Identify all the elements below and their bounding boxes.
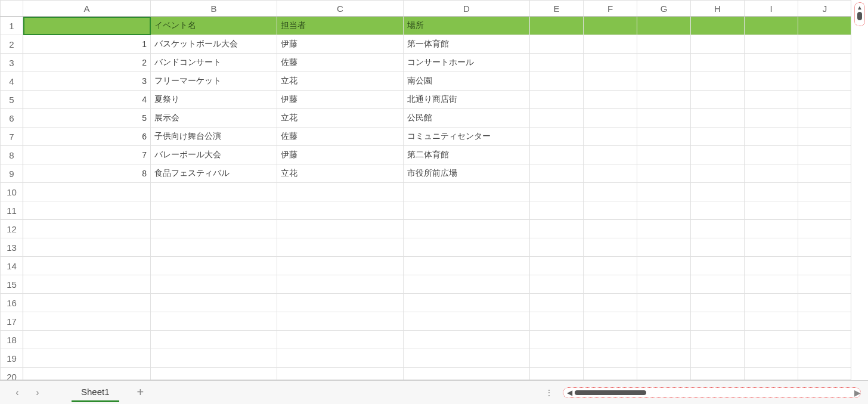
cell[interactable] — [23, 368, 151, 381]
cell[interactable] — [798, 331, 852, 349]
cell[interactable] — [745, 183, 798, 201]
cell[interactable] — [584, 349, 637, 368]
cell[interactable] — [637, 54, 691, 72]
cell[interactable] — [404, 201, 530, 220]
cell[interactable] — [23, 275, 151, 294]
cell[interactable] — [584, 331, 637, 349]
cell[interactable] — [277, 275, 404, 294]
row-header[interactable]: 7 — [1, 128, 23, 146]
cell[interactable]: 佐藤 — [277, 54, 404, 72]
row-header[interactable]: 5 — [1, 91, 23, 109]
spreadsheet-grid[interactable]: A B C D E F G H I J 1イベント名担当者場所21バスケットボー… — [0, 0, 851, 380]
cell[interactable] — [745, 35, 798, 54]
col-header-D[interactable]: D — [404, 1, 530, 17]
cell[interactable] — [637, 183, 691, 201]
cell[interactable] — [798, 164, 852, 183]
cell[interactable] — [23, 294, 151, 312]
cell[interactable]: 市役所前広場 — [404, 164, 530, 183]
cell[interactable] — [637, 220, 691, 238]
cell[interactable] — [530, 91, 584, 109]
cell[interactable] — [530, 72, 584, 91]
cell[interactable]: 8 — [23, 164, 151, 183]
cell[interactable] — [691, 331, 745, 349]
cell[interactable]: 公民館 — [404, 109, 530, 128]
cell[interactable] — [798, 17, 852, 35]
cell[interactable] — [798, 54, 852, 72]
cell[interactable] — [530, 238, 584, 257]
row-header[interactable]: 4 — [1, 72, 23, 91]
row-header[interactable]: 10 — [1, 183, 23, 201]
cell[interactable] — [691, 257, 745, 275]
cell[interactable]: 6 — [23, 128, 151, 146]
cell[interactable]: 佐藤 — [277, 128, 404, 146]
cell[interactable] — [637, 128, 691, 146]
cell[interactable]: 展示会 — [151, 109, 277, 128]
cell[interactable] — [798, 257, 852, 275]
cell[interactable]: 南公園 — [404, 72, 530, 91]
cell[interactable] — [798, 183, 852, 201]
cell[interactable] — [530, 294, 584, 312]
cell[interactable] — [530, 257, 584, 275]
cell[interactable] — [745, 220, 798, 238]
cell[interactable] — [530, 17, 584, 35]
cell[interactable] — [584, 294, 637, 312]
cell[interactable] — [404, 312, 530, 331]
cell[interactable]: フリーマーケット — [151, 72, 277, 91]
cell[interactable] — [584, 368, 637, 381]
cell[interactable] — [404, 257, 530, 275]
cell[interactable]: 場所 — [404, 17, 530, 35]
col-header-H[interactable]: H — [691, 1, 745, 17]
cell[interactable] — [530, 331, 584, 349]
cell[interactable] — [637, 238, 691, 257]
cell[interactable]: バスケットボール大会 — [151, 35, 277, 54]
cell[interactable] — [637, 164, 691, 183]
cell[interactable] — [151, 349, 277, 368]
cell[interactable] — [277, 331, 404, 349]
cell[interactable] — [745, 109, 798, 128]
cell[interactable]: 伊藤 — [277, 91, 404, 109]
row-header[interactable]: 14 — [1, 257, 23, 275]
cell[interactable] — [23, 220, 151, 238]
cell[interactable] — [637, 109, 691, 128]
cell[interactable] — [584, 17, 637, 35]
cell[interactable]: 伊藤 — [277, 146, 404, 164]
cell[interactable] — [798, 349, 852, 368]
cell[interactable]: 立花 — [277, 109, 404, 128]
cell[interactable] — [637, 72, 691, 91]
cell[interactable] — [691, 54, 745, 72]
horizontal-scrollbar[interactable]: ◀ — [563, 387, 861, 398]
row-header[interactable]: 12 — [1, 220, 23, 238]
cell[interactable] — [691, 72, 745, 91]
cell[interactable] — [530, 146, 584, 164]
cell[interactable] — [691, 312, 745, 331]
cell[interactable] — [23, 349, 151, 368]
cell[interactable] — [277, 368, 404, 381]
cell[interactable] — [530, 35, 584, 54]
cell[interactable] — [404, 275, 530, 294]
cell[interactable] — [745, 294, 798, 312]
cell[interactable] — [745, 146, 798, 164]
cell[interactable] — [637, 349, 691, 368]
cell[interactable] — [798, 368, 852, 381]
cell[interactable]: 1 — [23, 35, 151, 54]
cell[interactable]: 食品フェスティバル — [151, 164, 277, 183]
cell[interactable] — [277, 294, 404, 312]
scroll-left-icon[interactable]: ◀ — [567, 389, 572, 397]
cell[interactable]: バレーボール大会 — [151, 146, 277, 164]
cell[interactable] — [798, 128, 852, 146]
cell[interactable] — [691, 201, 745, 220]
col-header-G[interactable]: G — [637, 1, 691, 17]
cell[interactable] — [151, 220, 277, 238]
cell[interactable] — [151, 275, 277, 294]
cell[interactable] — [691, 368, 745, 381]
cell[interactable] — [277, 183, 404, 201]
scroll-up-icon[interactable]: ▲ — [857, 4, 863, 11]
cell[interactable] — [277, 312, 404, 331]
row-header[interactable]: 15 — [1, 275, 23, 294]
cell[interactable] — [584, 164, 637, 183]
cell[interactable] — [151, 331, 277, 349]
cell[interactable] — [745, 257, 798, 275]
cell[interactable] — [745, 91, 798, 109]
cell[interactable] — [404, 220, 530, 238]
row-header[interactable]: 18 — [1, 331, 23, 349]
